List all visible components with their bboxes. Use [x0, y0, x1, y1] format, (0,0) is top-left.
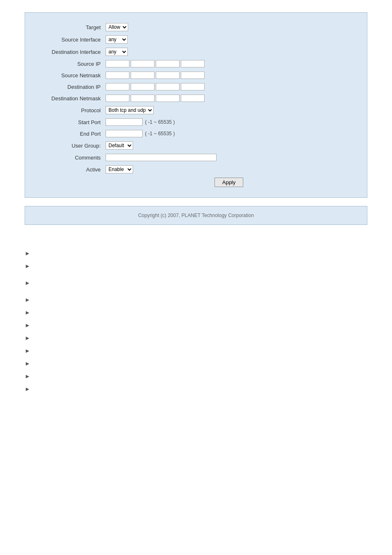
destination-ip-inputs: [106, 83, 352, 90]
apply-button[interactable]: Apply: [214, 178, 244, 187]
destination-interface-select[interactable]: any LAN WAN: [106, 48, 128, 56]
bullet-arrow-6: ►: [25, 322, 30, 328]
bullet-arrow-3: ►: [25, 280, 30, 286]
copyright-panel: Copyright (c) 2007, PLANET Technology Co…: [25, 206, 367, 225]
source-ip-1[interactable]: [106, 60, 129, 67]
bullet-item-4: ►: [25, 296, 367, 303]
source-netmask-2[interactable]: [131, 72, 154, 79]
start-port-row: Start Port ( -1 ~ 65535 ): [37, 116, 355, 128]
bullet-item-11: ►: [25, 385, 367, 392]
source-ip-2[interactable]: [131, 60, 154, 67]
destination-ip-cell: [103, 81, 355, 92]
destination-netmask-1[interactable]: [106, 95, 129, 102]
bullet-section: ► ► ► ► ► ► ► ► ► ► ►: [0, 237, 392, 392]
user-group-row: User Group: Default Group1 Group2: [37, 139, 355, 152]
source-netmask-4[interactable]: [181, 72, 205, 79]
source-interface-row: Source Interface any LAN WAN: [37, 33, 355, 46]
target-cell: Allow Deny: [103, 21, 355, 33]
bullet-arrow-11: ►: [25, 386, 30, 392]
target-row: Target Allow Deny: [37, 21, 355, 33]
start-port-input[interactable]: [106, 118, 143, 126]
source-ip-4[interactable]: [181, 60, 205, 67]
protocol-select[interactable]: Both tcp and udp TCP UDP ICMP: [106, 106, 154, 114]
destination-netmask-cell: [103, 92, 355, 104]
end-port-cell: ( -1 ~ 65535 ): [103, 128, 355, 139]
active-select[interactable]: Enable Disable: [106, 165, 133, 173]
bullet-item-9: ►: [25, 360, 367, 367]
destination-netmask-row: Destination Netmask: [37, 92, 355, 104]
bullet-arrow-1: ►: [25, 250, 30, 257]
bullet-item-7: ►: [25, 334, 367, 341]
form-panel: Target Allow Deny Source Interface any: [25, 12, 367, 198]
destination-ip-3[interactable]: [156, 83, 180, 90]
bullet-arrow-7: ►: [25, 335, 30, 341]
source-interface-select[interactable]: any LAN WAN: [106, 35, 128, 44]
user-group-cell: Default Group1 Group2: [103, 139, 355, 152]
source-netmask-cell: [103, 69, 355, 81]
end-port-row-inner: ( -1 ~ 65535 ): [106, 130, 352, 137]
destination-netmask-4[interactable]: [181, 95, 205, 102]
destination-ip-row: Destination IP: [37, 81, 355, 92]
active-label: Active: [37, 163, 103, 176]
destination-netmask-label: Destination Netmask: [37, 92, 103, 104]
destination-ip-1[interactable]: [106, 83, 129, 90]
copyright-text: Copyright (c) 2007, PLANET Technology Co…: [138, 213, 254, 218]
source-ip-row: Source IP: [37, 58, 355, 69]
target-label: Target: [37, 21, 103, 33]
bullet-item-8: ►: [25, 347, 367, 354]
source-ip-inputs: [106, 60, 352, 67]
apply-cell: Apply: [103, 176, 355, 189]
source-ip-label: Source IP: [37, 58, 103, 69]
start-port-hint: ( -1 ~ 65535 ): [145, 119, 175, 125]
bullet-arrow-9: ►: [25, 360, 30, 367]
protocol-cell: Both tcp and udp TCP UDP ICMP: [103, 104, 355, 116]
destination-ip-4[interactable]: [181, 83, 205, 90]
end-port-hint: ( -1 ~ 65535 ): [145, 131, 175, 136]
bullet-item-6: ►: [25, 321, 367, 328]
start-port-cell: ( -1 ~ 65535 ): [103, 116, 355, 128]
target-select[interactable]: Allow Deny: [106, 23, 128, 31]
destination-netmask-2[interactable]: [131, 95, 154, 102]
source-netmask-3[interactable]: [156, 72, 180, 79]
apply-row: Apply: [37, 176, 355, 189]
protocol-label: Protocol: [37, 104, 103, 116]
source-ip-3[interactable]: [156, 60, 180, 67]
bullet-arrow-5: ►: [25, 309, 30, 316]
comments-label: Comments: [37, 152, 103, 163]
end-port-label: End Port: [37, 128, 103, 139]
source-interface-cell: any LAN WAN: [103, 33, 355, 46]
bullet-item-3: ►: [25, 279, 367, 286]
source-ip-cell: [103, 58, 355, 69]
user-group-label: User Group:: [37, 139, 103, 152]
source-netmask-row: Source Netmask: [37, 69, 355, 81]
protocol-row: Protocol Both tcp and udp TCP UDP ICMP: [37, 104, 355, 116]
bullet-item-1: ►: [25, 250, 367, 257]
bullet-arrow-10: ►: [25, 373, 30, 379]
active-row: Active Enable Disable: [37, 163, 355, 176]
comments-input[interactable]: [106, 154, 217, 161]
start-port-row-inner: ( -1 ~ 65535 ): [106, 118, 352, 126]
end-port-row: End Port ( -1 ~ 65535 ): [37, 128, 355, 139]
comments-cell: [103, 152, 355, 163]
source-interface-label: Source Interface: [37, 33, 103, 46]
source-netmask-1[interactable]: [106, 72, 129, 79]
form-table: Target Allow Deny Source Interface any: [37, 21, 355, 189]
destination-netmask-3[interactable]: [156, 95, 180, 102]
user-group-select[interactable]: Default Group1 Group2: [106, 141, 133, 150]
destination-ip-label: Destination IP: [37, 81, 103, 92]
end-port-input[interactable]: [106, 130, 143, 137]
source-netmask-inputs: [106, 72, 352, 79]
bullet-item-5: ►: [25, 309, 367, 316]
destination-interface-cell: any LAN WAN: [103, 46, 355, 58]
bullet-arrow-8: ►: [25, 347, 30, 354]
comments-row: Comments: [37, 152, 355, 163]
apply-spacer: [37, 176, 103, 189]
destination-interface-label: Destination Interface: [37, 46, 103, 58]
bullet-item-10: ►: [25, 372, 367, 379]
bullet-item-2: ►: [25, 262, 367, 269]
bullet-arrow-2: ►: [25, 263, 30, 269]
active-cell: Enable Disable: [103, 163, 355, 176]
start-port-label: Start Port: [37, 116, 103, 128]
destination-ip-2[interactable]: [131, 83, 154, 90]
destination-interface-row: Destination Interface any LAN WAN: [37, 46, 355, 58]
